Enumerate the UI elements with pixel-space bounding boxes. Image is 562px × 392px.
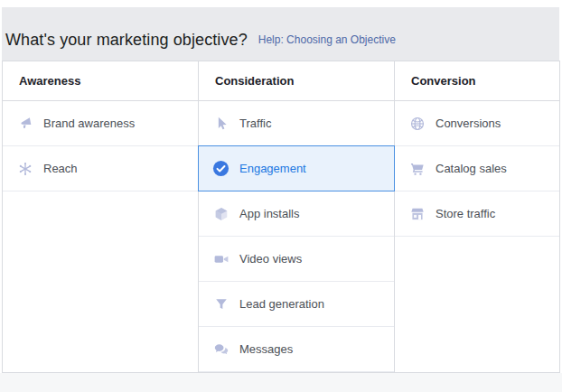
objective-catalog-sales[interactable]: Catalog sales [395,146,559,191]
funnel-icon [212,295,229,313]
column-conversion: ConversionConversionsCatalog salesStore … [395,61,559,372]
column-header-conversion: Conversion [395,61,559,101]
objective-label: Lead generation [239,297,324,311]
objective-label: Brand awareness [43,117,135,130]
column-awareness: AwarenessBrand awarenessReach [3,61,198,372]
campaign-objective-screen: What's your marketing objective? Help: C… [0,0,562,392]
page-title: What's your marketing objective? [5,31,248,50]
page-header: What's your marketing objective? Help: C… [2,7,559,61]
objective-lead-generation[interactable]: Lead generation [199,282,394,327]
top-strip [0,0,562,7]
objective-label: Catalog sales [436,162,507,175]
objective-video-views[interactable]: Video views [199,237,394,282]
shopping-cart-icon [408,160,426,177]
objective-label: Store traffic [436,207,495,220]
cube-icon [212,205,229,222]
help-link[interactable]: Help: Choosing an Objective [258,33,396,46]
storefront-icon [408,205,426,222]
bottom-strip [0,373,562,392]
objective-label: Video views [239,252,302,266]
objective-brand-awareness[interactable]: Brand awareness [3,101,198,146]
check-circle-icon [212,160,229,177]
megaphone-icon [16,115,33,132]
objective-label: Traffic [239,117,271,130]
column-header-consideration: Consideration [199,61,394,101]
objective-label: App installs [239,207,299,220]
objective-table: AwarenessBrand awarenessReachConsiderati… [2,61,560,373]
cursor-icon [212,115,229,132]
objective-messages[interactable]: Messages [199,327,394,372]
objective-label: Engagement [239,162,306,175]
globe-icon [408,115,426,132]
column-consideration: ConsiderationTrafficEngagementApp instal… [198,61,395,372]
objective-store-traffic[interactable]: Store traffic [395,191,559,237]
reach-burst-icon [16,160,33,177]
objective-label: Messages [239,342,293,356]
objective-label: Reach [43,162,78,175]
objective-reach[interactable]: Reach [3,146,198,191]
column-header-awareness: Awareness [3,61,198,101]
chat-bubbles-icon [212,341,229,358]
objective-label: Conversions [436,117,501,130]
objective-traffic[interactable]: Traffic [199,101,394,146]
objective-app-installs[interactable]: App installs [199,191,394,237]
objective-conversions[interactable]: Conversions [395,101,559,146]
objective-engagement[interactable]: Engagement [198,145,395,191]
video-camera-icon [212,250,229,267]
